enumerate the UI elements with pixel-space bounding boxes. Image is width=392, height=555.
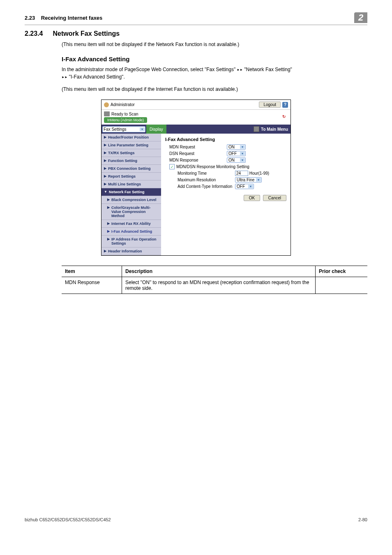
p1a: In the administrator mode of PageScope W… <box>62 67 237 72</box>
triangle-icon: ▶ <box>104 166 106 171</box>
sidebar-item[interactable]: ▶Header/Footer Position <box>101 134 161 141</box>
form-label: Maximum Resolution <box>169 178 235 182</box>
sidebar-item[interactable]: ▶Line Parameter Setting <box>101 141 161 149</box>
sidebar-item-label: Line Parameter Setting <box>108 143 148 147</box>
section-heading: 2.23.4 Network Fax Settings <box>25 30 367 37</box>
sidebar-item[interactable]: ▶Internet Fax RX Ability <box>101 220 161 228</box>
triangle-icon: ▶ <box>104 174 106 178</box>
content-pane: I-Fax Advanced Setting MDN RequestON▾DSN… <box>161 134 291 255</box>
select-input[interactable]: OFF▾ <box>227 151 246 156</box>
section-title: Network Fax Settings <box>53 30 120 37</box>
select-input[interactable]: ON▾ <box>227 157 246 163</box>
sidebar-item[interactable]: ▶Function Setting <box>101 157 161 165</box>
form-label: MDN Request <box>165 145 227 149</box>
triangle-icon: ▶ <box>107 206 110 218</box>
select-value: OFF <box>237 184 245 189</box>
th-prior: Prior check <box>316 266 368 277</box>
footer-left: bizhub C652/C652DS/C552/C552DS/C452 <box>25 517 111 522</box>
text-input[interactable]: 24 <box>235 171 248 176</box>
triangle-icon: ▶ <box>107 237 110 245</box>
page-footer: bizhub C652/C652DS/C552/C552DS/C452 2-80 <box>25 517 367 522</box>
select-input[interactable]: Ultra Fine▾ <box>235 177 262 183</box>
section-intro: (This menu item will not be displayed if… <box>62 41 367 48</box>
help-icon[interactable]: ? <box>282 102 288 108</box>
section-ref: 2.23 <box>25 15 35 21</box>
form-label: DSN Request <box>165 151 227 156</box>
cell-prior <box>316 277 368 294</box>
admin-screenshot: Administrator Logout ? Ready to Scan InM… <box>101 99 291 256</box>
sidebar-item[interactable]: ▶I-Fax Advanced Setting <box>101 228 161 236</box>
form-label: Monitoring Time <box>169 171 235 176</box>
header-left: 2.23 Receiving Internet faxes <box>25 15 102 21</box>
cell-desc: Select "ON" to respond to an MDN request… <box>122 277 316 294</box>
sidebar-item[interactable]: ▶Report Settings <box>101 173 161 180</box>
th-item: Item <box>62 266 122 277</box>
sidebar-item-label: Black Compression Level <box>111 198 157 202</box>
chapter-badge: 2 <box>354 12 367 23</box>
sidebar-item[interactable]: ▶Black Compression Level <box>101 196 161 204</box>
section-title-top: Receiving Internet faxes <box>41 15 103 21</box>
content-heading: I-Fax Advanced Setting <box>165 137 286 142</box>
sidebar-item-label: I-Fax Advanced Setting <box>111 229 152 234</box>
arrow-icon: ▸▸ <box>237 67 243 72</box>
category-select[interactable]: Fax Settings ▾ <box>102 126 145 132</box>
menu-mode-tab[interactable]: InMenu (Admin Mode) <box>104 117 147 123</box>
sidebar: ▶Header/Footer Position▶Line Parameter S… <box>101 134 161 255</box>
sidebar-item-label: TX/RX Settings <box>108 151 135 155</box>
select-value: ON <box>228 145 235 149</box>
sidebar-item[interactable]: ▶IP Address Fax Operation Settings <box>101 236 161 247</box>
subsection-title: I-Fax Advanced Setting <box>62 56 367 62</box>
administrator-label: Administrator <box>111 102 135 107</box>
cell-item: MDN Response <box>62 277 122 294</box>
select-value: ON <box>228 158 235 162</box>
check-icon: ✓ <box>171 165 174 169</box>
ready-label: Ready to Scan <box>111 112 138 116</box>
category-select-value: Fax Settings <box>104 127 127 132</box>
triangle-icon: ▼ <box>104 190 107 194</box>
subsection-para1: In the administrator mode of PageScope W… <box>62 66 367 81</box>
to-main-menu-link[interactable]: To Main Menu <box>254 126 291 132</box>
status-row: Ready to Scan InMenu (Admin Mode) ↻ <box>101 110 291 125</box>
form-label: Add Content-Type Information <box>169 184 235 189</box>
triangle-icon: ▶ <box>104 135 106 139</box>
chevron-down-icon: ▾ <box>240 145 245 149</box>
p1c: "I-Fax Advanced Setting". <box>67 74 125 80</box>
triangle-icon: ▶ <box>107 198 110 202</box>
cancel-button[interactable]: Cancel <box>263 195 286 201</box>
sidebar-item-label: IP Address Fax Operation Settings <box>111 237 159 245</box>
sidebar-item[interactable]: ▶Multi Line Settings <box>101 180 161 188</box>
select-input[interactable]: ON▾ <box>227 144 246 150</box>
triangle-icon: ▶ <box>104 143 106 147</box>
table-row: MDN ResponseSelect "ON" to respond to an… <box>62 277 367 294</box>
sidebar-item[interactable]: ▶TX/RX Settings <box>101 149 161 157</box>
menu-icon <box>254 126 259 132</box>
sidebar-item-label: Color/Grayscale Multi-Value Compression … <box>111 206 159 218</box>
ok-button[interactable]: OK <box>244 195 260 201</box>
sidebar-item[interactable]: ▼Network Fax Setting <box>101 188 161 196</box>
page-header: 2.23 Receiving Internet faxes 2 <box>25 12 367 25</box>
monitoring-checkbox[interactable]: ✓ <box>169 164 175 169</box>
arrow-icon: ▸▸ <box>62 74 67 80</box>
chevron-down-icon: ▾ <box>240 158 245 162</box>
refresh-icon[interactable]: ↻ <box>282 114 288 120</box>
chevron-down-icon: ▾ <box>256 178 261 182</box>
chevron-down-icon: ▾ <box>140 127 145 131</box>
display-button[interactable]: Display <box>146 125 166 134</box>
subsection-para2: (This menu item will not be displayed if… <box>62 86 367 93</box>
sidebar-item-label: PBX Connection Setting <box>108 166 151 171</box>
logout-button[interactable]: Logout <box>259 102 281 108</box>
sidebar-item[interactable]: ▶PBX Connection Setting <box>101 165 161 173</box>
description-table: Item Description Prior check MDN Respons… <box>62 266 367 294</box>
th-desc: Description <box>122 266 316 277</box>
sidebar-item[interactable]: ▶Color/Grayscale Multi-Value Compression… <box>101 204 161 220</box>
select-input[interactable]: OFF▾ <box>235 184 254 189</box>
chevron-down-icon: ▾ <box>240 152 245 155</box>
user-icon <box>104 102 109 107</box>
nav-bar: Fax Settings ▾ Display To Main Menu <box>101 125 291 134</box>
sidebar-item[interactable]: ▶Header Information <box>101 247 161 255</box>
chevron-down-icon: ▾ <box>248 185 253 188</box>
footer-right: 2-80 <box>358 517 367 522</box>
triangle-icon: ▶ <box>104 249 106 253</box>
sidebar-item-label: Internet Fax RX Ability <box>111 222 151 226</box>
shot-top-bar: Administrator Logout ? <box>101 100 291 110</box>
